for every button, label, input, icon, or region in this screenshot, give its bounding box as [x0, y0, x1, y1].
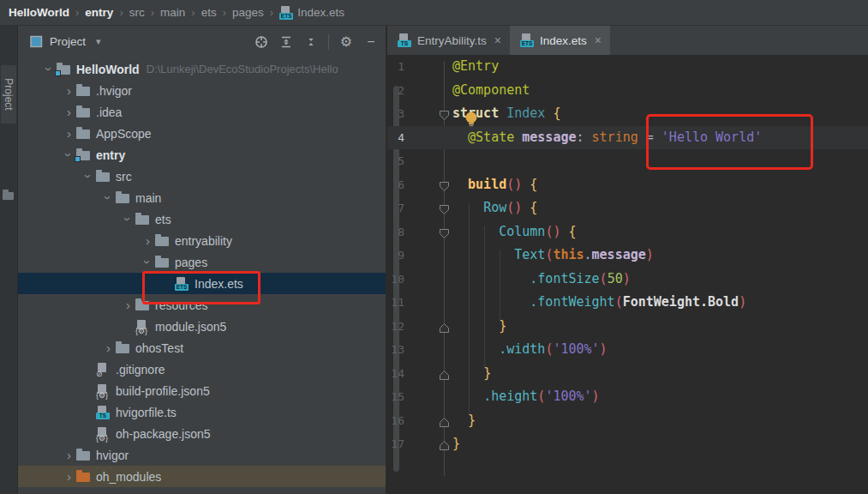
code-line-4[interactable]: 4 @State message: string = 'Hello World' [387, 126, 868, 150]
breadcrumb-item-index-ets[interactable]: ETSIndex.ets [279, 6, 344, 20]
tree-row-pages[interactable]: ›pages [18, 251, 386, 273]
chevron-down-icon[interactable]: ▾ [96, 36, 101, 47]
tool-strip-folder-icon[interactable] [3, 190, 14, 200]
intention-bulb-icon[interactable] [464, 111, 479, 131]
breadcrumb-item-ets[interactable]: ets [201, 6, 217, 19]
collapse-all-icon[interactable] [302, 33, 320, 51]
tree-row--idea[interactable]: ›.idea [18, 101, 386, 123]
code-line-11[interactable]: 11 .fontWeight(FontWeight.Bold) [387, 291, 868, 315]
chevron-down-icon[interactable]: › [121, 212, 135, 226]
code-line-15[interactable]: 15 .height('100%') [387, 385, 868, 409]
chevron-right-icon[interactable]: › [62, 469, 76, 484]
tree-row-ets[interactable]: ›ets [18, 208, 386, 230]
tree-row-entryability[interactable]: ›entryability [18, 230, 386, 251]
breadcrumb-item-helloworld[interactable]: HelloWorld [9, 6, 69, 19]
chevron-right-icon[interactable]: › [62, 448, 76, 462]
chevron-down-icon[interactable]: › [141, 255, 155, 269]
fold-expand-icon[interactable] [439, 438, 450, 449]
tree-row-oh-package-json5[interactable]: {⚙}oh-package.json5 [18, 423, 386, 444]
tree-row-resources[interactable]: ›resources [18, 294, 386, 316]
fold-collapse-icon[interactable] [439, 179, 450, 190]
token-str: '100%' [553, 341, 599, 357]
code-line-17[interactable]: 17} [387, 432, 868, 456]
expand-all-icon[interactable] [277, 33, 296, 51]
tree-row-ohostest[interactable]: ›ohosTest [18, 337, 386, 358]
editor-tab-entryability-ts[interactable]: TSEntryAbility.ts× [387, 26, 510, 55]
tree-row-build-profile-json5[interactable]: {⚙}build-profile.json5 [18, 380, 386, 401]
tree-row--gitignore[interactable]: ⊘.gitignore [18, 358, 386, 380]
tree-row-index-ets[interactable]: ETSIndex.ets [18, 273, 386, 294]
tree-row-hvigor[interactable]: ›hvigor [18, 444, 386, 466]
hide-panel-icon[interactable]: − [362, 33, 380, 51]
breadcrumb-item-pages[interactable]: pages [232, 6, 264, 19]
settings-gear-icon[interactable]: ⚙ [337, 33, 356, 51]
tab-close-icon[interactable]: × [494, 33, 501, 47]
chevron-right-icon[interactable]: › [141, 233, 155, 248]
breadcrumb-item-entry[interactable]: entry [85, 6, 113, 19]
fold-collapse-icon[interactable] [439, 226, 450, 238]
panel-title[interactable]: Project [50, 35, 86, 48]
chevron-right-icon[interactable]: › [62, 83, 76, 98]
code-line-8[interactable]: 8 Column() { [387, 220, 868, 244]
tab-close-icon[interactable]: × [595, 33, 602, 47]
line-number[interactable]: 1 [387, 55, 404, 79]
code-line-13[interactable]: 13 .width('100%') [387, 338, 868, 362]
chevron-right-icon[interactable]: › [101, 340, 116, 355]
tree-row-oh-modules[interactable]: ›oh_modules [18, 466, 386, 487]
tree-row-main[interactable]: ›main [18, 187, 386, 208]
line-number[interactable]: 16 [387, 409, 404, 433]
line-number[interactable]: 8 [387, 220, 404, 244]
code-line-16[interactable]: 16 } [387, 409, 868, 433]
line-number[interactable]: 11 [387, 291, 404, 315]
line-number[interactable]: 17 [387, 432, 404, 456]
chevron-down-icon[interactable]: › [81, 169, 96, 184]
code-line-9[interactable]: 9 Text(this.message) [387, 244, 868, 268]
tree-row-helloworld[interactable]: ›HelloWorldD:\Lunkeji\DevEcoStudioProjec… [18, 58, 386, 80]
tree-row-entry[interactable]: ›entry [18, 144, 386, 166]
tree-row-module-json5[interactable]: {⚙}module.json5 [18, 316, 386, 337]
line-number[interactable]: 10 [387, 268, 404, 292]
code-line-6[interactable]: 6 build() { [387, 173, 868, 197]
editor-tab-index-ets[interactable]: ETSIndex.ets× [510, 26, 610, 55]
line-number[interactable]: 13 [387, 338, 404, 362]
line-number[interactable]: 12 [387, 315, 404, 339]
line-number[interactable]: 3 [387, 102, 404, 126]
code-line-10[interactable]: 10 .fontSize(50) [387, 268, 868, 292]
tree-row--hvigor[interactable]: ›.hvigor [18, 80, 386, 101]
code-line-12[interactable]: 12 } [387, 315, 868, 339]
code-line-3[interactable]: 3struct Index { [387, 102, 868, 126]
fold-expand-icon[interactable] [439, 415, 450, 426]
fold-expand-icon[interactable] [439, 368, 450, 379]
line-number[interactable]: 14 [387, 362, 404, 386]
line-number[interactable]: 15 [387, 385, 404, 409]
line-number[interactable]: 7 [387, 196, 404, 220]
code-line-2[interactable]: 2@Component [387, 79, 868, 103]
line-number[interactable]: 9 [387, 244, 404, 268]
code-line-1[interactable]: 1@Entry [387, 55, 868, 79]
fold-collapse-icon[interactable] [439, 202, 450, 214]
line-number[interactable]: 5 [387, 149, 404, 173]
fold-expand-icon[interactable] [439, 321, 450, 332]
token-this: this [553, 247, 584, 262]
breadcrumb-item-src[interactable]: src [129, 6, 145, 19]
chevron-right-icon[interactable]: › [62, 105, 76, 119]
code-editor[interactable]: 1@Entry2@Component3struct Index {4 @Stat… [387, 55, 868, 494]
fold-collapse-icon[interactable] [439, 108, 450, 119]
line-number[interactable]: 6 [387, 173, 404, 197]
breadcrumb-label: src [129, 6, 145, 19]
chevron-right-icon[interactable]: › [121, 298, 135, 312]
tree-row-appscope[interactable]: ›AppScope [18, 123, 386, 144]
chevron-down-icon[interactable]: › [101, 190, 116, 205]
line-number[interactable]: 2 [387, 79, 404, 103]
breadcrumb-item-main[interactable]: main [160, 6, 185, 19]
tool-strip-project-tab[interactable]: Project [1, 65, 16, 124]
code-line-7[interactable]: 7 Row() { [387, 196, 868, 220]
code-line-5[interactable]: 5 [387, 149, 868, 173]
chevron-right-icon[interactable]: › [62, 126, 76, 141]
line-number[interactable]: 4 [387, 126, 404, 150]
locate-icon[interactable] [252, 33, 271, 51]
tree-row-hvigorfile-ts[interactable]: TShvigorfile.ts [18, 401, 386, 423]
tree-row-src[interactable]: ›src [18, 166, 386, 187]
code-line-14[interactable]: 14 } [387, 362, 868, 386]
tool-window-strip: Project [0, 26, 18, 494]
